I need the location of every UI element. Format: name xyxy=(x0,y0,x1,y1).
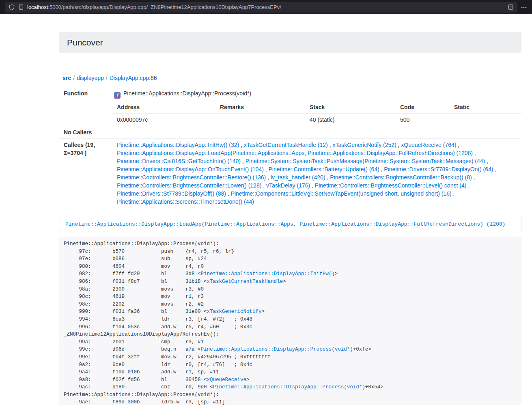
function-name: Pinetime::Applications::DisplayApp::Proc… xyxy=(123,90,251,97)
breadcrumb: src/displayapp/DisplayApp.cpp:86 xyxy=(59,74,521,82)
function-row-label: Function xyxy=(59,87,111,101)
function-icon: ƒ xyxy=(114,92,121,99)
url-text: localhost:5000/path/src/displayapp/Displ… xyxy=(27,4,281,10)
details-header-row: Address Remarks Stack Code Static xyxy=(111,101,521,114)
app-header: Puncover xyxy=(59,32,521,53)
details-value-row: 0x0000097c 40 (static) 500 xyxy=(111,114,521,126)
callee-link[interactable]: xTaskGenericNotify (252) xyxy=(332,142,396,148)
callee-link[interactable]: Pinetime::Applications::DisplayApp::OnTo… xyxy=(117,166,264,172)
browser-chrome: localhost:5000/path/src/displayapp/Displ… xyxy=(0,0,532,14)
callee-link[interactable]: Pinetime::Applications::DisplayApp::Init… xyxy=(117,142,239,148)
callee-link[interactable]: Pinetime::Drivers::St7789::DisplayOff() … xyxy=(117,190,226,197)
breadcrumb-src-link[interactable]: src xyxy=(62,75,71,81)
column-header-stack: Stack xyxy=(304,101,394,114)
callees-label: Callees (19, Σ=3704 ) xyxy=(59,139,111,208)
breadcrumb-separator: / xyxy=(106,75,108,81)
function-row: Function ƒPinetime::Applications::Displa… xyxy=(59,87,521,101)
disassembly-pre: Pinetime::Applications::DisplayApp::Proc… xyxy=(59,237,521,405)
url-path: :5000/path/src/displayapp/DisplayApp.cpp… xyxy=(48,4,281,10)
callees-list: Pinetime::Applications::DisplayApp::Init… xyxy=(111,139,521,208)
stack-value: 40 (static) xyxy=(304,114,394,126)
asm-symbol-link[interactable]: xTaskGenericNotify xyxy=(207,309,262,315)
callee-link[interactable]: Pinetime::Controllers::Battery::Update()… xyxy=(269,166,379,172)
remarks-value xyxy=(214,114,304,126)
no-callers-row: No Callers xyxy=(59,126,521,139)
callee-link[interactable]: Pinetime::Controllers::BrightnessControl… xyxy=(117,182,261,189)
address-value: 0x0000097c xyxy=(111,114,214,126)
callee-link[interactable]: Pinetime::Controllers::BrightnessControl… xyxy=(315,182,466,189)
callee-link[interactable]: xQueueReceive (764) xyxy=(401,142,456,148)
column-header-remarks: Remarks xyxy=(214,101,304,114)
url-host: localhost xyxy=(27,4,48,10)
callee-link[interactable]: Pinetime::Controllers::BrightnessControl… xyxy=(330,174,472,181)
details-cell: Address Remarks Stack Code Static 0x0000… xyxy=(111,101,521,126)
callee-link[interactable]: Pinetime::Drivers::St7789::DisplayOn() (… xyxy=(384,166,493,172)
callee-link[interactable]: Pinetime::Controllers::BrightnessControl… xyxy=(117,174,266,181)
asm-symbol-link[interactable]: Pinetime::Applications::DisplayApp::Init… xyxy=(201,271,335,277)
callee-link[interactable]: vTaskDelay (176) xyxy=(266,182,310,189)
reader-view-icon[interactable] xyxy=(508,4,514,10)
no-callers-cell xyxy=(111,126,521,139)
code-value: 500 xyxy=(394,114,448,126)
callee-link[interactable]: Pinetime::Applications::Screens::Timer::… xyxy=(117,198,254,205)
divider xyxy=(59,65,521,65)
callee-link[interactable]: Pinetime::Components::LittleVgl::SetNewT… xyxy=(231,190,452,197)
details-table: Address Remarks Stack Code Static 0x0000… xyxy=(111,101,521,126)
callee-link[interactable]: lv_task_handler (420) xyxy=(271,174,325,181)
page-title: Puncover xyxy=(67,37,513,47)
callee-link[interactable]: Pinetime::System::SystemTask::PushMessag… xyxy=(246,158,485,164)
callees-row: Callees (19, Σ=3704 ) Pinetime::Applicat… xyxy=(59,139,521,208)
asm-symbol-link[interactable]: xQueueReceive xyxy=(207,377,247,383)
function-table: Function ƒPinetime::Applications::Displa… xyxy=(59,87,521,208)
function-name-cell: ƒPinetime::Applications::DisplayApp::Pro… xyxy=(111,87,521,101)
asm-symbol-link[interactable]: Pinetime::Applications::DisplayApp::Proc… xyxy=(201,347,353,352)
highlighted-symbol-box: Pinetime::Applications::DisplayApp::Load… xyxy=(59,217,521,231)
page-container: Puncover src/displayapp/DisplayApp.cpp:8… xyxy=(59,32,521,405)
page-icon[interactable] xyxy=(18,4,24,10)
breadcrumb-line-number: :86 xyxy=(149,75,157,81)
column-header-address: Address xyxy=(111,101,214,114)
asm-symbol-link[interactable]: Pinetime::Applications::DisplayApp::Proc… xyxy=(213,384,365,390)
column-header-static: Static xyxy=(448,101,521,114)
static-value xyxy=(448,114,521,126)
column-header-code: Code xyxy=(394,101,448,114)
shield-icon[interactable] xyxy=(9,4,15,11)
url-bar[interactable]: localhost:5000/path/src/displayapp/Displ… xyxy=(5,2,517,13)
breadcrumb-displayapp-link[interactable]: displayapp xyxy=(77,75,104,81)
no-callers-label: No Callers xyxy=(59,126,111,139)
callee-link[interactable]: Pinetime::Drivers::Cst816S::GetTouchInfo… xyxy=(117,158,241,164)
asm-symbol-link[interactable]: xTaskGetCurrentTaskHandle xyxy=(207,279,283,284)
details-row-label-empty xyxy=(59,101,111,126)
breadcrumb-file-link[interactable]: DisplayApp.cpp xyxy=(110,75,149,81)
details-row: Address Remarks Stack Code Static 0x0000… xyxy=(59,101,521,126)
callee-link[interactable]: Pinetime::Applications::DisplayApp::Load… xyxy=(117,150,473,156)
callee-link[interactable]: xTaskGetCurrentTaskHandle (12) xyxy=(244,142,328,148)
page-actions-menu-icon[interactable] xyxy=(521,4,527,11)
breadcrumb-separator: / xyxy=(73,75,75,81)
highlighted-symbol-link[interactable]: Pinetime::Applications::DisplayApp::Load… xyxy=(65,221,505,227)
